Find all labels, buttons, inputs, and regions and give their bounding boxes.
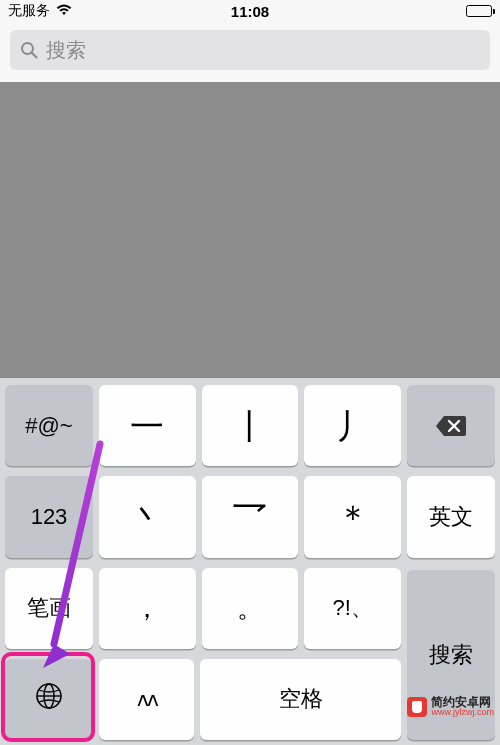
battery-icon: [466, 5, 492, 17]
stroke-heng-key[interactable]: 一: [99, 385, 196, 466]
wifi-icon: [56, 3, 72, 19]
carrier-text: 无服务: [8, 2, 50, 20]
backspace-key[interactable]: [407, 385, 495, 466]
search-placeholder: 搜索: [46, 37, 86, 64]
search-icon: [20, 41, 38, 59]
svg-line-1: [32, 53, 37, 58]
globe-icon: [34, 681, 64, 717]
punct-key[interactable]: ?!、: [304, 568, 401, 649]
search-bar-container: 搜索: [0, 22, 500, 82]
keyboard: #@~ 一 丨 丿 123 丶 乛 ＊ 英文 笔画 ， 。 ?!、 ᴧᴧ: [0, 378, 500, 745]
period-key[interactable]: 。: [202, 568, 299, 649]
keyboard-row-2: 123 丶 乛 ＊ 英文: [0, 471, 500, 562]
comma-key[interactable]: ，: [99, 568, 196, 649]
watermark: 简约安卓网 www.jylzwj.com: [407, 696, 494, 717]
stroke-gou-key[interactable]: 乛: [202, 476, 299, 557]
status-left: 无服务: [8, 2, 72, 20]
content-area[interactable]: [0, 82, 500, 378]
watermark-text: 简约安卓网 www.jylzwj.com: [431, 696, 494, 717]
status-bar: 无服务 11:08: [0, 0, 500, 22]
watermark-icon: [407, 697, 427, 717]
stroke-dian-key[interactable]: 丶: [99, 476, 196, 557]
backspace-icon: [434, 414, 468, 438]
globe-key[interactable]: [5, 659, 93, 740]
status-right: [466, 5, 492, 17]
symbols-key[interactable]: #@~: [5, 385, 93, 466]
wildcard-key[interactable]: ＊: [304, 476, 401, 557]
clock: 11:08: [231, 3, 269, 20]
numbers-key[interactable]: 123: [5, 476, 93, 557]
search-field[interactable]: 搜索: [10, 30, 490, 70]
stroke-pie-key[interactable]: 丿: [304, 385, 401, 466]
space-key[interactable]: 空格: [200, 659, 401, 740]
stroke-shu-key[interactable]: 丨: [202, 385, 299, 466]
english-key[interactable]: 英文: [407, 476, 495, 557]
emoji-icon: ᴧᴧ: [137, 687, 157, 711]
keyboard-row-1: #@~ 一 丨 丿: [0, 378, 500, 471]
bihua-key[interactable]: 笔画: [5, 568, 93, 649]
emoji-key[interactable]: ᴧᴧ: [99, 659, 194, 740]
